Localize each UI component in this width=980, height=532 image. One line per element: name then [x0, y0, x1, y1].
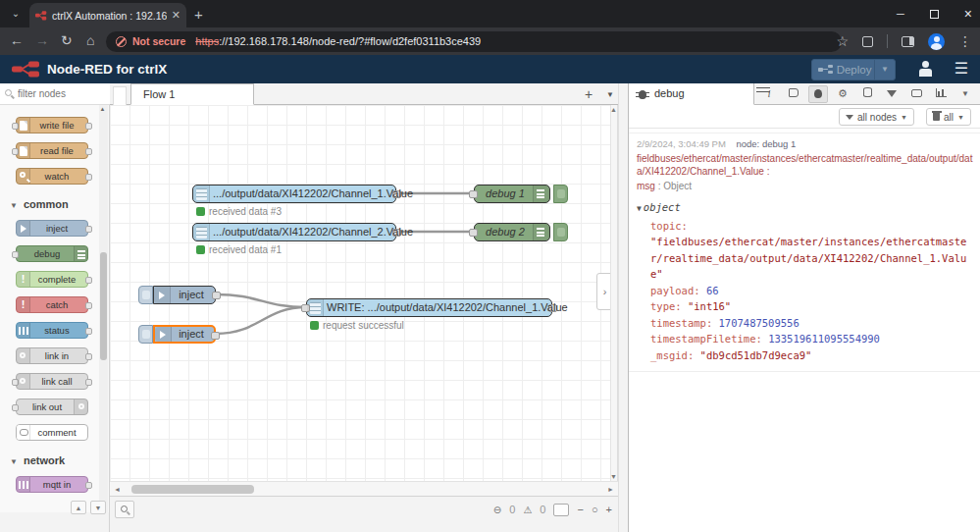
palette-node-watch[interactable]: watch	[16, 168, 88, 185]
flow-canvas[interactable]: .../output/data/XI412202/Channel_1.Value…	[110, 105, 618, 481]
home-icon[interactable]: ⌂	[86, 32, 94, 48]
expand-all-categories-button[interactable]: ▼	[90, 501, 106, 514]
palette-node-complete[interactable]: ! complete	[16, 271, 88, 288]
canvas-vertical-scrollbar[interactable]: ▲ ▼	[610, 105, 618, 481]
debug-message[interactable]: 2/9/2024, 3:04:49 PM node: debug 1 field…	[629, 133, 980, 372]
window-maximize-button[interactable]	[930, 10, 939, 19]
node-inject1[interactable]: inject	[153, 286, 216, 304]
tab-close-icon[interactable]: ✕	[172, 9, 181, 22]
help-book-icon[interactable]	[784, 85, 803, 103]
canvas-horizontal-scrollbar[interactable]: ◄ ►	[110, 481, 618, 496]
extensions-icon[interactable]	[862, 36, 873, 47]
collapse-all-categories-button[interactable]: ▲	[71, 501, 86, 514]
funnel-icon	[846, 115, 853, 120]
scroll-down-icon[interactable]: ▼	[610, 473, 617, 480]
warning-count-icon[interactable]: ⚠	[523, 505, 532, 515]
scroll-right-icon[interactable]: ►	[607, 486, 614, 493]
side-panel-icon[interactable]	[902, 36, 914, 47]
node-debug1[interactable]: debug 1	[474, 185, 550, 203]
node-write-channel1[interactable]: WRITE: .../output/data/XI412202/Channel_…	[306, 298, 552, 317]
palette-node-write-file[interactable]: write file	[16, 117, 88, 133]
forward-icon[interactable]: →	[35, 32, 49, 48]
deploy-options-caret-icon[interactable]: ▼	[874, 60, 895, 80]
output-port[interactable]	[212, 292, 221, 299]
palette-node-inject[interactable]: inject	[16, 220, 88, 237]
flow-tab[interactable]: Flow 1	[130, 83, 254, 105]
palette-category-common[interactable]: ▼common	[10, 198, 109, 210]
sidebar-tab-debug[interactable]: debug	[629, 83, 754, 105]
port	[85, 148, 92, 155]
add-flow-button[interactable]: +	[585, 86, 593, 102]
reload-icon[interactable]: ↻	[61, 32, 73, 48]
palette-node-debug[interactable]: debug	[16, 245, 88, 262]
inject1-button[interactable]	[138, 286, 153, 304]
json-entry: payload: 66	[637, 283, 973, 299]
inject2-button[interactable]	[138, 325, 153, 344]
scroll-left-icon[interactable]: ◄	[114, 486, 121, 493]
filter-nodes-input[interactable]	[0, 83, 110, 104]
new-tab-button[interactable]: +	[194, 6, 203, 23]
sidebar-splitter[interactable]	[618, 83, 628, 532]
bookmark-star-icon[interactable]: ☆	[836, 33, 849, 49]
url-text[interactable]: https://192.168.178.148/node-red/?#flow/…	[195, 35, 481, 47]
debug2-toggle-button[interactable]	[553, 223, 568, 241]
json-entry: timestamp: 1707487509556	[637, 315, 973, 332]
main-menu-icon[interactable]: ☰	[954, 59, 968, 78]
window-minimize-button[interactable]: ─	[897, 8, 904, 20]
debug-clear-button[interactable]: all ▼	[926, 108, 971, 126]
canvas-search-button[interactable]	[115, 501, 134, 518]
palette-node-read-file[interactable]: read file	[16, 142, 88, 159]
port	[85, 226, 92, 233]
node-inject2-selected[interactable]: inject	[153, 325, 216, 344]
tab-search-chevron-icon[interactable]: ⌄	[6, 5, 26, 23]
json-root[interactable]: ▼object	[637, 199, 973, 218]
output-port[interactable]	[211, 332, 220, 340]
palette-category-network[interactable]: ▼network	[10, 454, 109, 466]
status-dot-icon	[196, 207, 205, 216]
zoom-in-icon[interactable]: +	[606, 504, 612, 515]
debug-filter-button[interactable]: all nodes ▼	[839, 108, 914, 126]
palette-node-comment[interactable]: comment	[16, 424, 88, 441]
browser-menu-icon[interactable]: ⋮	[958, 33, 972, 49]
palette-node-link-call[interactable]: link call	[16, 373, 88, 390]
url-omnibox[interactable]: Not secure https://192.168.178.148/node-…	[106, 31, 842, 52]
chart-icon[interactable]	[931, 85, 951, 103]
minimap-toggle-icon[interactable]	[553, 504, 569, 516]
collapse-triangle-icon[interactable]: ▼	[637, 204, 642, 213]
settings-gear-icon[interactable]: ⚙	[833, 85, 852, 103]
scroll-up-icon[interactable]: ▲	[610, 106, 617, 113]
zoom-reset-icon[interactable]: ○	[592, 504, 598, 515]
scrollbar-thumb[interactable]	[100, 252, 107, 360]
palette-node-link-out[interactable]: link out	[16, 399, 88, 415]
zoom-out-icon[interactable]: −	[577, 504, 583, 515]
flow-list-caret-icon[interactable]: ▼	[606, 90, 614, 99]
window-close-button[interactable]: ×	[964, 6, 972, 22]
node-debug2[interactable]: debug 2	[474, 223, 550, 241]
palette-node-link-in[interactable]: link in	[16, 347, 88, 364]
back-icon[interactable]: ←	[10, 32, 24, 48]
snapshot-camera-icon[interactable]	[906, 85, 926, 103]
debug1-toggle-button[interactable]	[553, 185, 568, 203]
user-icon[interactable]	[917, 61, 933, 77]
palette-node-status[interactable]: status	[16, 322, 88, 339]
debug-message-list[interactable]: 2/9/2024, 3:04:49 PM node: debug 1 field…	[629, 129, 980, 532]
input-port[interactable]	[469, 190, 478, 198]
input-port[interactable]	[469, 229, 478, 237]
profile-avatar[interactable]	[928, 33, 945, 50]
scrollbar-thumb[interactable]	[131, 485, 254, 494]
not-secure-label[interactable]: Not secure	[132, 35, 185, 47]
node-read-channel2[interactable]: .../output/data/XI412202/Channel_2.Value	[192, 223, 396, 241]
node-status: request successful	[310, 320, 404, 331]
palette-node-catch[interactable]: ! catch	[16, 296, 88, 313]
node-read-channel1[interactable]: .../output/data/XI412202/Channel_1.Value	[192, 185, 396, 203]
palette-scrollbar[interactable]: ▲ ▼	[99, 105, 108, 512]
context-database-icon[interactable]	[857, 85, 877, 103]
debug-bug-icon[interactable]	[808, 85, 828, 103]
browser-tab[interactable]: ctrlX Automation : 192.168.178 ✕	[29, 3, 186, 27]
error-count-icon[interactable]: ⊖	[493, 505, 501, 515]
sidebar-tabs-caret-icon[interactable]: ▼	[955, 85, 975, 103]
palette-node-mqtt-in[interactable]: mqtt in	[16, 476, 88, 493]
scroll-up-icon[interactable]: ▲	[98, 106, 107, 112]
filter-flask-icon[interactable]	[882, 85, 902, 103]
deploy-button[interactable]: Deploy ▼	[811, 59, 896, 80]
